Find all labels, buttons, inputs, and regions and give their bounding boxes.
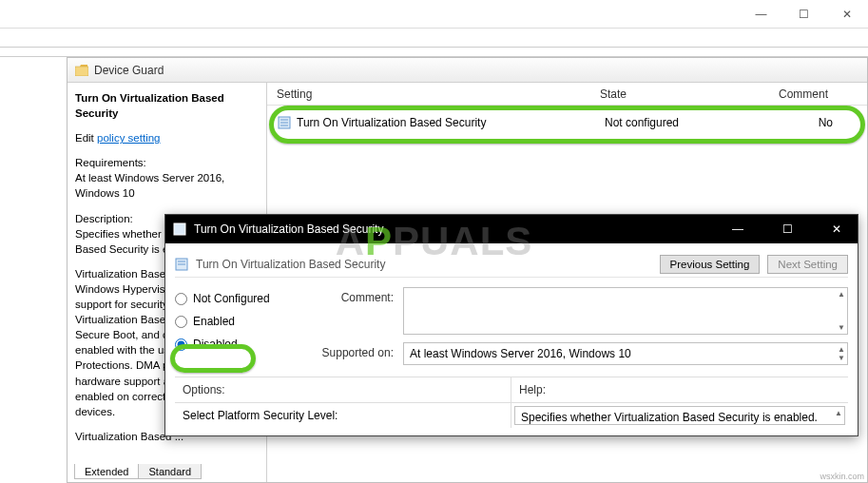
- policy-icon: [278, 116, 291, 129]
- folder-header: Device Guard: [68, 58, 867, 83]
- comment-label: Comment:: [299, 287, 403, 335]
- edit-policy-link[interactable]: policy setting: [97, 132, 160, 144]
- outer-toolbar: [0, 29, 868, 48]
- radio-group: Not Configured Enabled Disabled: [175, 287, 299, 373]
- scroll-down-icon[interactable]: ▼: [838, 354, 845, 362]
- policy-list-row[interactable]: Turn On Virtualization Based Security No…: [272, 113, 862, 132]
- row-setting-name: Turn On Virtualization Based Security: [297, 116, 486, 129]
- outer-maximize-button[interactable]: ☐: [782, 0, 825, 29]
- edit-label: Edit: [75, 132, 97, 144]
- outer-close-button[interactable]: ✕: [825, 0, 868, 29]
- dialog-maximize-button[interactable]: ☐: [766, 215, 808, 243]
- row-state: Not configured: [605, 116, 747, 129]
- previous-setting-button[interactable]: Previous Setting: [660, 255, 761, 274]
- list-header: Setting State Comment: [267, 83, 867, 106]
- outer-window-titlebar: — ☐ ✕: [0, 0, 868, 29]
- tab-standard[interactable]: Standard: [138, 464, 202, 479]
- scroll-down-icon[interactable]: ▼: [838, 323, 845, 332]
- scroll-up-icon[interactable]: ▲: [838, 290, 845, 299]
- supported-on-field: At least Windows Server 2016, Windows 10…: [403, 342, 848, 365]
- folder-title: Device Guard: [94, 64, 164, 77]
- svg-rect-0: [75, 67, 88, 76]
- col-comment[interactable]: Comment: [743, 87, 857, 101]
- comment-textarea[interactable]: ▲ ▼: [403, 287, 848, 335]
- help-heading: Help:: [519, 383, 840, 396]
- option-select-platform: Select Platform Security Level:: [175, 403, 511, 428]
- requirements-heading: Requirements:: [75, 155, 259, 170]
- tab-extended[interactable]: Extended: [74, 464, 138, 479]
- svg-rect-5: [174, 223, 185, 235]
- supported-on-label: Supported on:: [299, 342, 403, 365]
- policy-settings-dialog: Turn On Virtualization Based Security — …: [164, 214, 858, 436]
- next-setting-button: Next Setting: [767, 255, 848, 274]
- dialog-minimize-button[interactable]: —: [717, 215, 759, 243]
- dialog-close-button[interactable]: ✕: [816, 215, 858, 243]
- radio-not-configured[interactable]: Not Configured: [175, 287, 299, 310]
- dialog-subtitle-row: Turn On Virtualization Based Security Pr…: [175, 251, 848, 278]
- help-textarea[interactable]: Specifies whether Virtualization Based S…: [514, 406, 845, 425]
- dialog-icon: [173, 222, 186, 236]
- outer-minimize-button[interactable]: —: [740, 0, 782, 29]
- policy-icon: [175, 258, 188, 271]
- outer-thin-bar: [0, 48, 868, 57]
- col-setting[interactable]: Setting: [267, 87, 600, 101]
- scroll-up-icon[interactable]: ▲: [838, 345, 845, 354]
- radio-disabled[interactable]: Disabled: [175, 333, 299, 356]
- dialog-titlebar[interactable]: Turn On Virtualization Based Security — …: [165, 215, 858, 243]
- folder-icon: [75, 65, 88, 76]
- scroll-up-icon[interactable]: ▲: [835, 409, 842, 417]
- dialog-subtitle-text: Turn On Virtualization Based Security: [196, 258, 385, 271]
- row-comment: No: [747, 116, 861, 129]
- radio-enabled[interactable]: Enabled: [175, 310, 299, 333]
- watermark-corner: wsxkin.com: [820, 472, 864, 481]
- options-heading: Options:: [183, 383, 503, 396]
- col-state[interactable]: State: [600, 87, 743, 101]
- pane-tabs: Extended Standard: [74, 464, 202, 479]
- dialog-title-text: Turn On Virtualization Based Security: [194, 222, 383, 236]
- requirements-text: At least Windows Server 2016, Windows 10: [75, 170, 259, 201]
- policy-title: Turn On Virtualization Based Security: [75, 90, 259, 121]
